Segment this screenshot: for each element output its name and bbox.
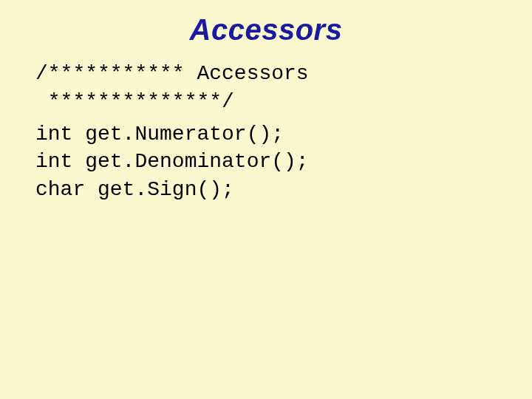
code-body: int get.Numerator(); int get.Denominator…	[35, 120, 497, 204]
slide: Accessors /*********** Accessors *******…	[0, 0, 532, 399]
slide-title: Accessors	[35, 13, 497, 47]
code-line-2: int get.Denominator();	[35, 150, 309, 173]
code-line-3: char get.Sign();	[35, 178, 234, 201]
code-comment: /*********** Accessors **************/	[35, 60, 497, 116]
comment-line-1: /*********** Accessors	[35, 62, 309, 85]
comment-line-2: **************/	[35, 90, 234, 113]
code-line-1: int get.Numerator();	[35, 123, 284, 146]
